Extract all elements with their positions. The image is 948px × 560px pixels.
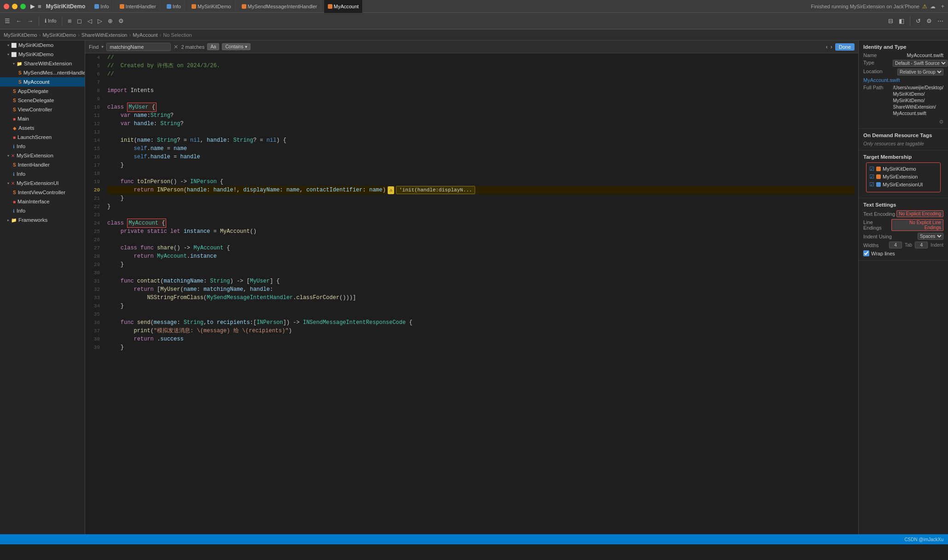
tab-info-1[interactable]: Info — [91, 0, 113, 13]
tab-myaccount[interactable]: MyAccount — [324, 0, 363, 13]
minimize-button[interactable] — [12, 4, 17, 9]
sidebar-group-frameworks[interactable]: ▸ 📁 Frameworks — [0, 215, 85, 225]
target-label-3: MySirExtensionUI — [883, 182, 923, 187]
swift-icon-3: S — [13, 89, 16, 94]
close-button[interactable] — [4, 4, 9, 9]
target-icon-3 — [876, 182, 881, 187]
mysirextui-label: MySirExtensionUI — [17, 180, 58, 186]
code-line-31: func contact(matchingName: String) -> [M… — [107, 277, 855, 285]
target-check-3[interactable]: ☑ — [869, 181, 874, 188]
ln-33: 33 — [85, 294, 100, 302]
sidebar-item-appdelegate[interactable]: S AppDelegate — [0, 87, 85, 96]
settings-icon[interactable]: ⚙ — [925, 17, 934, 25]
sidebar-item-intentviewcontroller[interactable]: S IntentViewController — [0, 188, 85, 197]
tab-intenthandler[interactable]: IntentHandler — [116, 0, 160, 13]
tool-icon-4[interactable]: ▷ — [96, 17, 104, 25]
split-editor[interactable]: ⊟ — [886, 17, 895, 25]
file-location-icon[interactable]: ⊙ — [939, 119, 943, 124]
sidebar-item-info-2[interactable]: ℹ Info — [0, 169, 85, 179]
breadcrumb-item-4[interactable]: MyAccount — [133, 32, 157, 38]
tab-info-2[interactable]: Info — [163, 0, 185, 13]
tool-icon-2[interactable]: ◻ — [75, 17, 84, 25]
tool-icon-5[interactable]: ⊕ — [106, 17, 115, 25]
sidebar-item-mysendmes[interactable]: S MySendMes...ntentHandler — [0, 68, 85, 77]
line-numbers: 4 5 6 7 8 9 10 11 12 13 14 15 16 17 18 1… — [85, 53, 104, 534]
maininterface-label: MainInterface — [17, 199, 50, 204]
sidebar-item-info-1[interactable]: ℹ Info — [0, 142, 85, 151]
tab-mysendmsg[interactable]: MySendMessageIntentHandler — [238, 0, 321, 13]
tab-mysirikidem[interactable]: MySiriKitDemo — [188, 0, 235, 13]
ln-21: 21 — [85, 194, 100, 202]
scenedelegate-label: SceneDelegate — [18, 98, 54, 103]
tab-icon-info1 — [94, 4, 99, 9]
sidebar-group-mysirext[interactable]: ▾ ✕ MySirExtension — [0, 151, 85, 160]
sidebar-group-share[interactable]: ▾ 📁 ShareWithExtension — [0, 59, 85, 68]
storyboard-icon-3: ■ — [13, 199, 16, 204]
warning-badge-20[interactable]: ⚠ — [388, 186, 394, 194]
back-button[interactable]: ← — [14, 17, 23, 25]
share-label: ShareWithExtension — [24, 61, 72, 66]
target-membership-section: Target Membership ☑ MySiriKitDemo ☑ MySi… — [859, 150, 948, 198]
target-row-2: ☑ MySirExtension — [869, 173, 937, 180]
sidebar-item-main[interactable]: ■ Main — [0, 114, 85, 123]
code-editor[interactable]: 4 5 6 7 8 9 10 11 12 13 14 15 16 17 18 1… — [85, 53, 858, 534]
sidebar-item-scenedelegate[interactable]: S SceneDelegate — [0, 96, 85, 105]
appdelegate-label: AppDelegate — [18, 88, 49, 94]
tab-width-input[interactable] — [889, 242, 902, 248]
indent-row: Indent Using Spaces — [863, 233, 943, 240]
code-content[interactable]: // // Created by 许伟杰 on 2024/3/26. // im… — [104, 53, 858, 534]
sidebar-item-assets[interactable]: ◆ Assets — [0, 123, 85, 133]
target-label-1: MySiriKitDemo — [883, 166, 916, 172]
sidebar-item-intenthandler[interactable]: S IntentHandler — [0, 160, 85, 169]
breadcrumb-item-3[interactable]: ShareWithExtension — [81, 32, 128, 38]
sidebar-item-launchscreen[interactable]: ■ LaunchScreen — [0, 133, 85, 142]
search-clear[interactable]: ✕ — [174, 44, 178, 50]
run-button[interactable]: ▶ — [30, 3, 35, 10]
code-line-21: } — [107, 194, 855, 202]
wrap-checkbox[interactable] — [863, 250, 869, 256]
sidebar-item-myaccount[interactable]: S MyAccount — [0, 77, 85, 87]
maximize-button[interactable] — [20, 4, 26, 9]
refresh-icon[interactable]: ↺ — [914, 17, 923, 25]
ln-13: 13 — [85, 128, 100, 136]
find-label: Find — [89, 44, 99, 50]
warning-icon: ⚠ — [922, 3, 927, 10]
sidebar-item-maininterface[interactable]: ■ MainInterface — [0, 197, 85, 206]
breadcrumb-item-1[interactable]: MySiriKitDemo — [4, 32, 37, 38]
location-select[interactable]: Relative to Group — [897, 69, 943, 75]
stop-button[interactable]: ■ — [38, 3, 41, 10]
sidebar-item-info-3[interactable]: ℹ Info — [0, 206, 85, 215]
target-check-2[interactable]: ☑ — [869, 173, 874, 180]
name-label: Name — [863, 52, 891, 58]
sidebar-group-mysirikidem[interactable]: ▾ ⬜ MySiriKitDemo — [0, 50, 85, 59]
tool-icon-3[interactable]: ◁ — [86, 17, 94, 25]
prev-match-button[interactable]: ‹ — [826, 44, 828, 50]
sidebar-item-viewcontroller[interactable]: S ViewController — [0, 105, 85, 114]
type-select[interactable]: Default - Swift Source — [893, 60, 948, 67]
next-match-button[interactable]: › — [831, 44, 832, 50]
inspector-toggle[interactable]: ◧ — [897, 17, 906, 25]
code-line-4: // — [107, 53, 855, 62]
info-icon-3: ℹ — [13, 208, 15, 214]
search-done-button[interactable]: Done — [835, 43, 855, 51]
forward-button[interactable]: → — [25, 17, 35, 25]
indent-width-input[interactable] — [915, 242, 928, 248]
more-icon[interactable]: ⋯ — [936, 17, 945, 25]
contains-button[interactable]: Contains ▾ — [222, 43, 250, 50]
target-check-1[interactable]: ☑ — [869, 166, 874, 172]
breadcrumb-item-2[interactable]: MySiriKitDemo — [42, 32, 76, 38]
titlebar: ▶ ■ MySiriKitDemo Info IntentHandler Inf… — [0, 0, 948, 13]
sidebar-group-mysirextui[interactable]: ▾ ✕ MySirExtensionUI — [0, 179, 85, 188]
search-input[interactable] — [106, 43, 171, 51]
aa-button[interactable]: Aa — [207, 43, 219, 50]
sidebar-toggle[interactable]: ☰ — [3, 17, 12, 25]
tool-icon-1[interactable]: ⊞ — [66, 17, 73, 24]
find-options-arrow[interactable]: ▾ — [101, 44, 104, 49]
ln-39: 39 — [85, 343, 100, 352]
ln-35: 35 — [85, 310, 100, 318]
tool-icon-6[interactable]: ⚙ — [116, 17, 126, 25]
add-tab-button[interactable]: + — [941, 3, 944, 10]
indent-select[interactable]: Spaces — [918, 233, 943, 240]
sidebar-item-project[interactable]: ▾ ⬜ MySiriKitDemo — [0, 40, 85, 50]
info-button[interactable]: ℹ Info — [43, 17, 58, 25]
